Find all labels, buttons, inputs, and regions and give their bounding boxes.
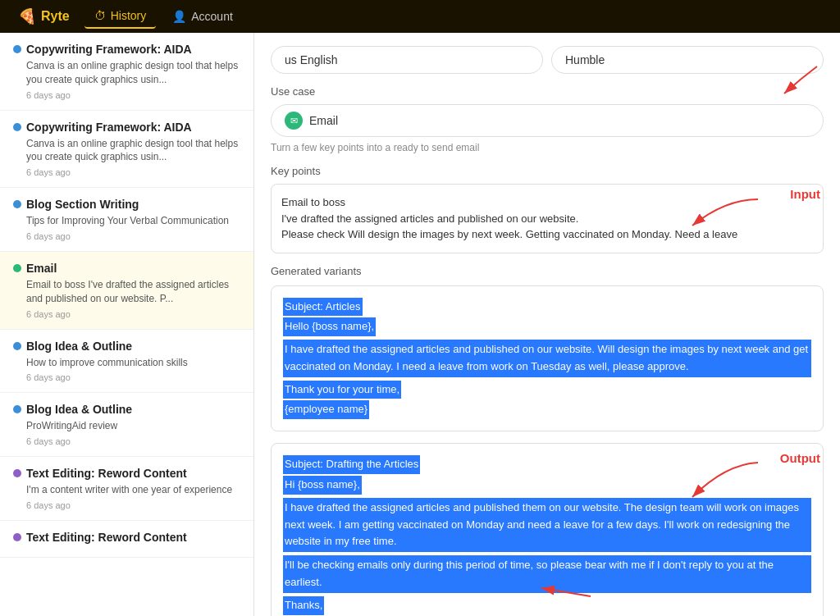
dot-icon <box>13 533 21 541</box>
sidebar-item-title: Email <box>13 262 240 275</box>
variant2-subject: Subject: Drafting the Articles <box>283 455 420 474</box>
dot-icon <box>13 342 21 350</box>
list-item[interactable]: Blog Idea & Outline ProWritingAid review… <box>0 393 253 457</box>
sidebar-item-time: 6 days ago <box>26 167 240 177</box>
sidebar-item-desc: Canva is an online graphic design tool t… <box>26 137 240 165</box>
key-points-line1: Email to boss <box>281 194 813 211</box>
logo[interactable]: 🍕 Ryte <box>10 7 78 25</box>
right-panel: us English Humble Use case ✉ Email Turn … <box>254 33 840 616</box>
use-case-label: Use case <box>271 85 824 98</box>
dot-icon <box>13 405 21 413</box>
sidebar: Copywriting Framework: AIDA Canva is an … <box>0 33 254 616</box>
sidebar-item-title: Blog Section Writing <box>13 198 240 211</box>
sidebar-item-desc: Canva is an online graphic design tool t… <box>26 59 240 87</box>
variant-2: Subject: Drafting the Articles Hi {boss … <box>271 443 824 616</box>
list-item[interactable]: Text Editing: Reword Content <box>0 521 253 558</box>
variant2-body: I have drafted the assigned articles and… <box>283 498 811 552</box>
generated-variants-label: Generated variants <box>271 265 824 277</box>
dot-icon <box>13 45 21 53</box>
list-item[interactable]: Blog Idea & Outline How to improve commu… <box>0 330 253 394</box>
language-tone-row: us English Humble <box>271 46 824 74</box>
main-layout: Copywriting Framework: AIDA Canva is an … <box>0 33 840 616</box>
sidebar-item-desc: How to improve communication skills <box>26 356 240 370</box>
sidebar-item-time: 6 days ago <box>26 231 240 241</box>
tone-field[interactable]: Humble <box>551 46 824 74</box>
dot-icon <box>13 200 21 208</box>
variant-1: Subject: Articles Hello {boss name}, I h… <box>271 285 824 432</box>
variant2-greeting: Hi {boss name}, <box>283 476 362 495</box>
sidebar-item-title: Copywriting Framework: AIDA <box>13 121 240 134</box>
dot-icon <box>13 469 21 477</box>
sidebar-item-title: Blog Idea & Outline <box>13 340 240 353</box>
logo-icon: 🍕 <box>18 7 36 25</box>
key-points-box: Email to boss I've drafted the assigned … <box>271 184 824 253</box>
logo-text: Ryte <box>41 9 70 24</box>
variant1-greeting: Hello {boss name}, <box>283 317 376 336</box>
variant2-body2: I'll be checking emails only during this… <box>283 555 811 593</box>
sidebar-item-title: Blog Idea & Outline <box>13 403 240 416</box>
sidebar-item-desc: I'm a content writer with one year of ex… <box>26 483 240 497</box>
list-item[interactable]: Blog Section Writing Tips for Improving … <box>0 188 253 252</box>
sidebar-item-time: 6 days ago <box>26 90 240 100</box>
language-field[interactable]: us English <box>271 46 543 74</box>
key-points-line3: Please check Will design the images by n… <box>281 226 813 243</box>
account-icon: 👤 <box>172 10 186 23</box>
history-icon: ⏱ <box>94 9 106 22</box>
list-item[interactable]: Copywriting Framework: AIDA Canva is an … <box>0 33 253 111</box>
email-icon: ✉ <box>285 112 303 130</box>
sidebar-item-time: 6 days ago <box>26 436 240 446</box>
variant1-signature: {employee name} <box>283 400 369 419</box>
key-points-line2: I've drafted the assigned articles and p… <box>281 211 813 227</box>
sidebar-item-desc: ProWritingAid review <box>26 419 240 433</box>
dot-icon <box>13 264 21 272</box>
use-case-value: Email <box>309 114 338 127</box>
sidebar-item-desc: Tips for Improving Your Verbal Communica… <box>26 214 240 228</box>
sidebar-item-time: 6 days ago <box>26 309 240 319</box>
sidebar-item-title: Text Editing: Reword Content <box>13 531 240 544</box>
sidebar-item-title: Copywriting Framework: AIDA <box>13 43 240 56</box>
list-item[interactable]: Copywriting Framework: AIDA Canva is an … <box>0 111 253 189</box>
sidebar-item-time: 6 days ago <box>26 372 240 382</box>
sidebar-item-desc: Email to boss I've drafted the assigned … <box>26 278 240 306</box>
use-case-pill[interactable]: ✉ Email <box>271 104 824 137</box>
sidebar-item-title: Text Editing: Reword Content <box>13 467 240 480</box>
variant2-closing: Thanks, <box>283 596 324 615</box>
use-case-hint: Turn a few key points into a ready to se… <box>271 142 824 153</box>
sidebar-item-time: 6 days ago <box>26 500 240 510</box>
top-nav: 🍕 Ryte ⏱ History 👤 Account <box>0 0 840 33</box>
dot-icon <box>13 123 21 131</box>
list-item-active[interactable]: Email Email to boss I've drafted the ass… <box>0 252 253 330</box>
list-item[interactable]: Text Editing: Reword Content I'm a conte… <box>0 457 253 521</box>
tab-history[interactable]: ⏱ History <box>84 4 157 29</box>
variant1-subject: Subject: Articles <box>283 298 363 317</box>
tab-account[interactable]: 👤 Account <box>162 5 243 28</box>
variant1-body: I have drafted the assigned articles and… <box>283 340 811 377</box>
variant1-closing: Thank you for your time, <box>283 381 401 399</box>
key-points-label: Key points <box>271 165 824 177</box>
